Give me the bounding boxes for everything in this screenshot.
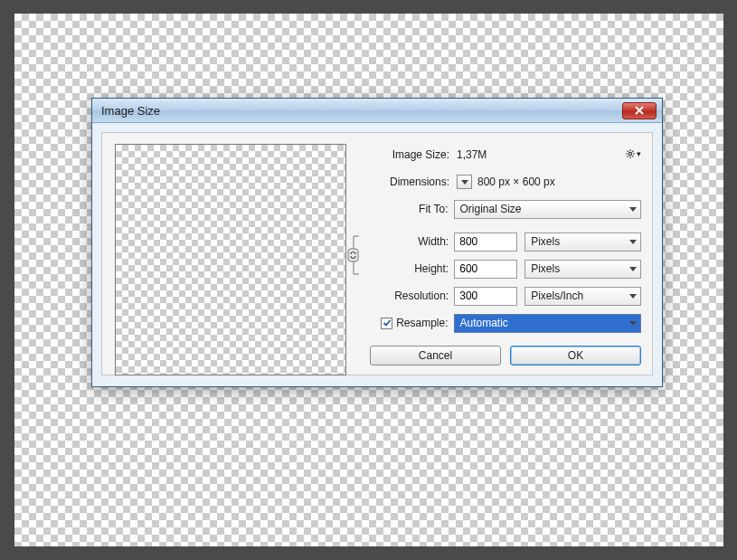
chevron-down-icon bbox=[629, 321, 637, 326]
svg-line-6 bbox=[632, 156, 633, 157]
chevron-down-icon bbox=[629, 294, 637, 299]
cancel-button-label: Cancel bbox=[419, 349, 452, 362]
settings-menu-button[interactable]: ▾ bbox=[625, 146, 641, 162]
chevron-down-icon bbox=[629, 240, 637, 244]
height-label: Height: bbox=[373, 262, 454, 275]
check-icon bbox=[383, 318, 392, 327]
svg-rect-9 bbox=[348, 249, 358, 261]
chevron-down-icon bbox=[629, 267, 637, 271]
width-unit-select[interactable]: Pixels bbox=[524, 233, 641, 252]
chevron-down-icon: ▾ bbox=[637, 149, 641, 158]
resolution-input[interactable] bbox=[454, 287, 517, 306]
resample-method-value: Automatic bbox=[460, 317, 508, 329]
image-size-value: 1,37M bbox=[455, 148, 487, 161]
svg-line-7 bbox=[632, 151, 633, 152]
gear-icon bbox=[625, 147, 636, 160]
image-size-label: Image Size: bbox=[373, 148, 455, 161]
image-size-dialog: Image Size ▾ bbox=[91, 98, 663, 387]
ok-button[interactable]: OK bbox=[510, 346, 641, 365]
height-input[interactable] bbox=[454, 260, 517, 279]
preview-thumbnail[interactable] bbox=[115, 144, 346, 375]
fit-to-select[interactable]: Original Size bbox=[454, 200, 641, 219]
resample-checkbox[interactable] bbox=[381, 318, 392, 329]
chevron-down-icon bbox=[461, 180, 468, 185]
height-unit-value: Pixels bbox=[531, 262, 560, 275]
dimensions-value: 800 px × 600 px bbox=[477, 176, 555, 188]
height-unit-select[interactable]: Pixels bbox=[524, 260, 641, 279]
width-input[interactable] bbox=[454, 233, 517, 252]
resample-label: Resample: bbox=[396, 317, 448, 329]
cancel-button[interactable]: Cancel bbox=[370, 346, 501, 365]
ok-button-label: OK bbox=[568, 349, 583, 362]
fit-to-value: Original Size bbox=[460, 203, 522, 215]
width-unit-value: Pixels bbox=[531, 235, 560, 248]
dimensions-unit-button[interactable] bbox=[457, 175, 472, 189]
dialog-title: Image Size bbox=[101, 104, 622, 118]
svg-point-0 bbox=[628, 152, 631, 155]
dialog-body: ▾ Image Size: 1,37M Dimensions: 800 px ×… bbox=[101, 132, 653, 375]
chevron-down-icon bbox=[629, 207, 637, 212]
resample-method-select[interactable]: Automatic bbox=[454, 314, 641, 333]
width-label: Width: bbox=[373, 235, 454, 248]
close-icon bbox=[634, 106, 645, 115]
svg-line-5 bbox=[628, 151, 628, 152]
svg-line-8 bbox=[628, 156, 628, 157]
resolution-unit-select[interactable]: Pixels/Inch bbox=[524, 287, 641, 306]
resolution-unit-value: Pixels/Inch bbox=[531, 289, 583, 302]
dimensions-label: Dimensions: bbox=[373, 176, 455, 188]
fit-to-label: Fit To: bbox=[373, 203, 454, 215]
resolution-label: Resolution: bbox=[373, 289, 454, 302]
constrain-proportions-link[interactable] bbox=[346, 231, 366, 280]
close-button[interactable] bbox=[622, 102, 657, 119]
dialog-titlebar[interactable]: Image Size bbox=[92, 99, 662, 123]
